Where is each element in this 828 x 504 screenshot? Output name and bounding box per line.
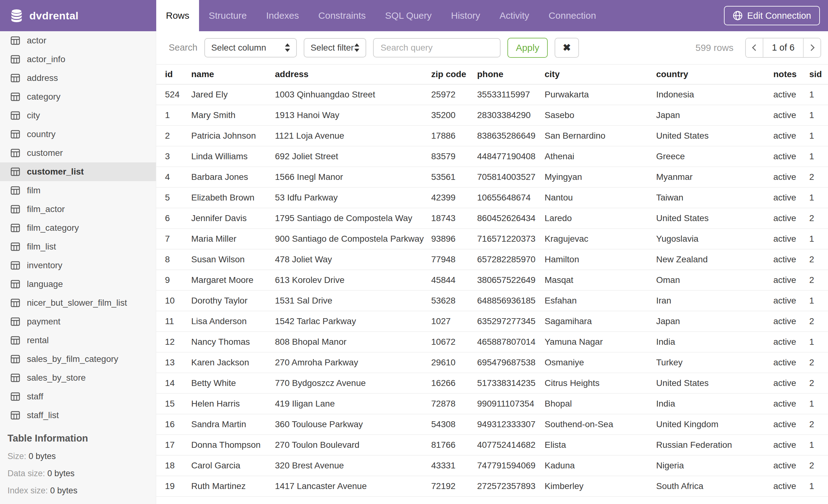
cell-sid[interactable]: 1 (809, 476, 828, 497)
cell-zip-code[interactable]: 42399 (431, 187, 477, 208)
cell-address[interactable]: 1566 Inegl Manor (275, 167, 431, 187)
cell-zip-code[interactable]: 83579 (431, 146, 477, 167)
cell-sid[interactable]: 1 (809, 435, 828, 455)
cell-name[interactable]: Dorothy Taylor (191, 290, 275, 311)
cell-zip-code[interactable]: 25972 (431, 84, 477, 105)
cell-notes[interactable]: active (773, 208, 809, 229)
cell-address[interactable]: 1121 Loja Avenue (275, 126, 431, 146)
cell-address[interactable]: 1913 Hanoi Way (275, 105, 431, 126)
cell-name[interactable]: Susan Wilson (191, 249, 275, 270)
sidebar-item-staff[interactable]: staff (0, 387, 156, 406)
cell-phone[interactable]: 716571220373 (477, 229, 545, 249)
cell-address[interactable]: 270 Amroha Parkway (275, 352, 431, 373)
cell-zip-code[interactable]: 16266 (431, 373, 477, 394)
cell-name[interactable]: Betty White (191, 373, 275, 394)
cell-city[interactable]: Athenai (545, 146, 656, 167)
cell-sid[interactable]: 2 (809, 414, 828, 435)
cell-sid[interactable]: 2 (809, 208, 828, 229)
cell-phone[interactable]: 272572357893 (477, 476, 545, 497)
cell-id[interactable]: 2 (156, 126, 191, 146)
cell-id[interactable]: 13 (156, 352, 191, 373)
cell-phone[interactable]: 990911107354 (477, 394, 545, 414)
cell-id[interactable]: 19 (156, 476, 191, 497)
cell-notes[interactable]: active (773, 187, 809, 208)
cell-zip-code[interactable]: 81766 (431, 435, 477, 455)
cell-city[interactable]: Kaduna (545, 455, 656, 476)
cell-zip-code[interactable]: 43331 (431, 455, 477, 476)
cell-id[interactable]: 9 (156, 270, 191, 290)
sidebar-item-sales-by-store[interactable]: sales_by_store (0, 368, 156, 387)
cell-id[interactable]: 5 (156, 187, 191, 208)
cell-country[interactable]: India (656, 332, 773, 352)
filter-select[interactable]: Select filter (304, 38, 366, 57)
cell-sid[interactable]: 2 (809, 352, 828, 373)
cell-phone[interactable]: 517338314235 (477, 373, 545, 394)
cell-name[interactable]: Linda Williams (191, 146, 275, 167)
cell-country[interactable]: Turkey (656, 352, 773, 373)
cell-phone[interactable]: 838635286649 (477, 126, 545, 146)
cell-id[interactable]: 1 (156, 105, 191, 126)
sidebar-item-address[interactable]: address (0, 69, 156, 87)
cell-name[interactable]: Ruth Martinez (191, 476, 275, 497)
cell-sid[interactable]: 1 (809, 187, 828, 208)
cell-notes[interactable]: active (773, 435, 809, 455)
cell-name[interactable]: Margaret Moore (191, 270, 275, 290)
cell-id[interactable]: 8 (156, 249, 191, 270)
cell-notes[interactable]: active (773, 311, 809, 332)
cell-zip-code[interactable]: 93896 (431, 229, 477, 249)
cell-address[interactable]: 270 Toulon Boulevard (275, 435, 431, 455)
cell-notes[interactable]: active (773, 476, 809, 497)
cell-zip-code[interactable]: 72878 (431, 394, 477, 414)
cell-notes[interactable]: active (773, 332, 809, 352)
cell-city[interactable]: Nantou (545, 187, 656, 208)
search-query-input[interactable] (373, 38, 501, 57)
cell-country[interactable]: Japan (656, 311, 773, 332)
column-header-sid[interactable]: sid (809, 64, 828, 84)
cell-city[interactable]: Esfahan (545, 290, 656, 311)
cell-notes[interactable]: active (773, 414, 809, 435)
cell-city[interactable]: Kragujevac (545, 229, 656, 249)
cell-address[interactable]: 53 Idfu Parkway (275, 187, 431, 208)
cell-city[interactable]: Sasebo (545, 105, 656, 126)
cell-name[interactable]: Maria Miller (191, 229, 275, 249)
sidebar-item-actor[interactable]: actor (0, 31, 156, 50)
cell-country[interactable]: United States (656, 373, 773, 394)
next-page-button[interactable] (803, 38, 821, 57)
sidebar-item-customer-list[interactable]: customer_list (0, 163, 156, 181)
cell-notes[interactable]: active (773, 352, 809, 373)
cell-name[interactable]: Nancy Thomas (191, 332, 275, 352)
cell-phone[interactable]: 705814003527 (477, 167, 545, 187)
cell-sid[interactable]: 1 (809, 290, 828, 311)
column-header-address[interactable]: address (275, 64, 431, 84)
cell-name[interactable]: Helen Harris (191, 394, 275, 414)
tab-indexes[interactable]: Indexes (256, 0, 309, 31)
sidebar-item-city[interactable]: city (0, 106, 156, 125)
cell-phone[interactable]: 635297277345 (477, 311, 545, 332)
cell-city[interactable]: Citrus Heights (545, 373, 656, 394)
cell-address[interactable]: 419 Iligan Lane (275, 394, 431, 414)
cell-phone[interactable]: 35533115997 (477, 84, 545, 105)
cell-zip-code[interactable]: 54308 (431, 414, 477, 435)
cell-id[interactable]: 4 (156, 167, 191, 187)
cell-zip-code[interactable]: 53628 (431, 290, 477, 311)
cell-address[interactable]: 1417 Lancaster Avenue (275, 476, 431, 497)
cell-country[interactable]: Myanmar (656, 167, 773, 187)
sidebar-item-film[interactable]: film (0, 181, 156, 200)
cell-sid[interactable]: 1 (809, 229, 828, 249)
cell-name[interactable]: Donna Thompson (191, 435, 275, 455)
cell-address[interactable]: 808 Bhopal Manor (275, 332, 431, 352)
cell-country[interactable]: Greece (656, 146, 773, 167)
cell-notes[interactable]: active (773, 84, 809, 105)
cell-name[interactable]: Patricia Johnson (191, 126, 275, 146)
cell-zip-code[interactable]: 45844 (431, 270, 477, 290)
cell-country[interactable]: Indonesia (656, 84, 773, 105)
cell-phone[interactable]: 407752414682 (477, 435, 545, 455)
cell-sid[interactable]: 2 (809, 270, 828, 290)
cell-name[interactable]: Carol Garcia (191, 455, 275, 476)
tab-rows[interactable]: Rows (156, 0, 199, 31)
cell-phone[interactable]: 949312333307 (477, 414, 545, 435)
column-header-id[interactable]: id (156, 64, 191, 84)
cell-notes[interactable]: active (773, 270, 809, 290)
cell-phone[interactable]: 695479687538 (477, 352, 545, 373)
column-header-phone[interactable]: phone (477, 64, 545, 84)
